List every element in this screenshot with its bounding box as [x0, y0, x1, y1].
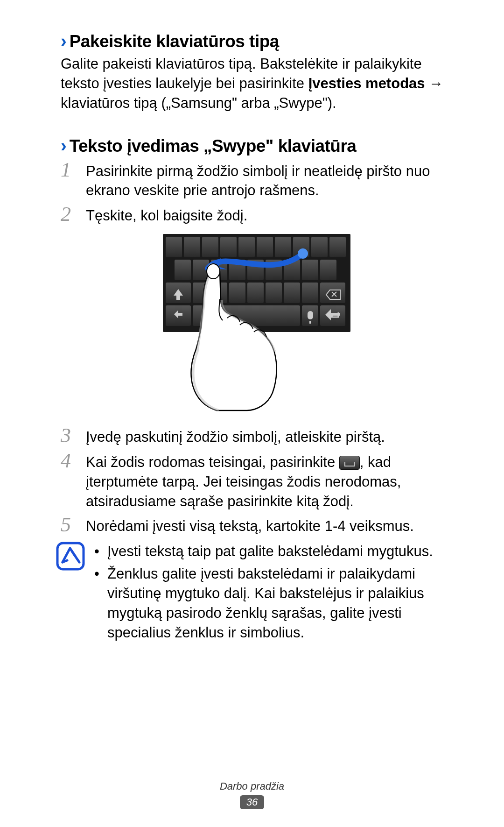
svg-rect-6	[257, 237, 273, 257]
step-text: Įvedę paskutinį žodžio simbolį, atleiski…	[86, 425, 385, 447]
svg-rect-24	[247, 283, 264, 303]
step-4-pre: Kai žodis rodomas teisingai, pasirinkite	[86, 454, 339, 470]
step-number: 2	[61, 204, 86, 225]
note-item-1: Įvesti tekstą taip pat galite bakstelėda…	[94, 542, 453, 561]
step-text: Pasirinkite pirmą žodžio simbolį ir neat…	[86, 160, 453, 201]
section-1-title: Pakeiskite klaviatūros tipą	[70, 32, 279, 51]
svg-rect-10	[329, 237, 346, 257]
section-2-heading: › Teksto įvedimas „Swype" klaviatūra	[61, 136, 453, 156]
note-box: Įvesti tekstą taip pat galite bakstelėda…	[61, 542, 453, 645]
svg-rect-23	[229, 283, 245, 303]
section-2-title: Teksto įvedimas „Swype" klaviatūra	[70, 136, 357, 156]
step-text: Norėdami įvesti visą tekstą, kartokite 1…	[86, 515, 414, 536]
steps-list: 1 Pasirinkite pirmą žodžio simbolį ir ne…	[61, 160, 453, 226]
svg-rect-1	[166, 237, 182, 257]
section-1-heading: › Pakeiskite klaviatūros tipą	[61, 32, 453, 51]
chevron-icon: ›	[61, 137, 67, 155]
svg-rect-11	[175, 260, 191, 280]
page-footer: Darbo pradžia 36	[0, 780, 504, 809]
svg-rect-2	[184, 237, 200, 257]
step-text: Tęskite, kol baigsite žodį.	[86, 204, 247, 226]
steps-list-cont: 3 Įvedę paskutinį žodžio simbolį, atleis…	[61, 425, 453, 536]
note-icon	[56, 542, 85, 571]
svg-rect-7	[275, 237, 291, 257]
svg-rect-35	[309, 321, 311, 324]
body-bold: Įvesties metodas	[308, 75, 425, 92]
svg-point-36	[298, 248, 308, 259]
svg-rect-34	[308, 311, 313, 319]
note-list: Įvesti tekstą taip pat galite bakstelėda…	[94, 542, 453, 645]
svg-rect-4	[220, 237, 237, 257]
step-text: Kai žodis rodomas teisingai, pasirinkite…	[86, 451, 453, 511]
step-1: 1 Pasirinkite pirmą žodžio simbolį ir ne…	[61, 160, 453, 201]
section-1-body: Galite pakeisti klaviatūros tipą. Bakste…	[61, 54, 453, 113]
svg-rect-25	[266, 283, 282, 303]
svg-rect-27	[302, 283, 318, 303]
swype-keyboard-illustration	[163, 234, 350, 411]
footer-section-title: Darbo pradžia	[0, 780, 504, 792]
step-4: 4 Kai žodis rodomas teisingai, pasirinki…	[61, 451, 453, 511]
svg-rect-26	[284, 283, 300, 303]
step-number: 3	[61, 425, 86, 446]
svg-point-38	[207, 264, 220, 279]
svg-rect-5	[238, 237, 255, 257]
page-number-badge: 36	[240, 795, 264, 809]
svg-rect-3	[202, 237, 218, 257]
page-content: › Pakeiskite klaviatūros tipą Galite pak…	[0, 0, 504, 645]
step-number: 4	[61, 451, 86, 471]
spacebar-icon	[339, 456, 360, 470]
svg-rect-39	[57, 543, 84, 569]
step-5: 5 Norėdami įvesti visą tekstą, kartokite…	[61, 515, 453, 536]
step-number: 1	[61, 160, 86, 180]
chevron-icon: ›	[61, 32, 67, 50]
step-2: 2 Tęskite, kol baigsite žodį.	[61, 204, 453, 226]
svg-rect-19	[320, 260, 336, 280]
illustration-container	[61, 234, 453, 411]
step-number: 5	[61, 515, 86, 535]
svg-rect-9	[311, 237, 328, 257]
svg-rect-18	[302, 260, 318, 280]
note-item-2: Ženklus galite įvesti bakstelėdami ir pa…	[94, 564, 453, 642]
step-3: 3 Įvedę paskutinį žodžio simbolį, atleis…	[61, 425, 453, 447]
